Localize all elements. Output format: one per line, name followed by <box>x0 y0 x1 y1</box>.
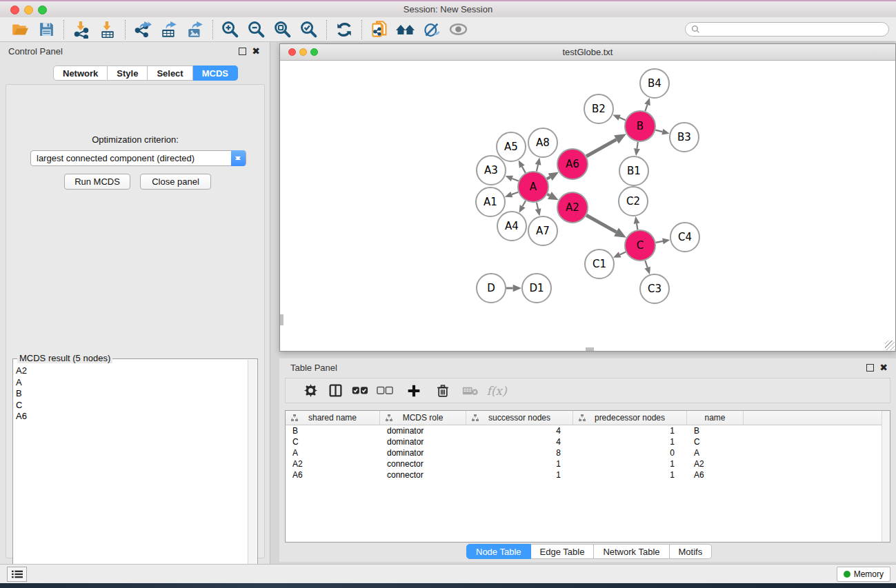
mcds-result-item[interactable]: A <box>16 377 246 389</box>
settings-gear-icon[interactable] <box>298 381 323 401</box>
tab-network[interactable]: Network <box>53 65 108 81</box>
clone-network-icon[interactable] <box>366 19 392 41</box>
zoom-in-icon[interactable] <box>217 19 243 41</box>
column-header-MCDS-role[interactable]: MCDS role <box>380 411 466 425</box>
save-session-icon[interactable] <box>33 19 59 41</box>
zoom-fit-icon[interactable] <box>270 19 296 41</box>
delete-icon[interactable] <box>430 381 455 401</box>
close-panel-button[interactable]: Close panel <box>140 174 211 190</box>
select-all-icon[interactable] <box>348 381 372 401</box>
mcds-result-scrollbar[interactable] <box>248 360 257 588</box>
table-cell[interactable]: 1 <box>573 469 687 480</box>
edge-B-B3[interactable] <box>655 130 662 132</box>
table-row[interactable]: Cdominator41C <box>286 436 890 447</box>
table-cell[interactable]: C <box>687 436 744 447</box>
zoom-network-window-icon[interactable] <box>310 48 318 56</box>
import-network-icon[interactable] <box>68 19 94 41</box>
zoom-out-icon[interactable] <box>243 19 270 41</box>
task-history-button[interactable] <box>7 567 27 582</box>
table-cell[interactable]: A2 <box>286 458 380 469</box>
tab-select[interactable]: Select <box>148 65 192 81</box>
vertical-scroll-thumb[interactable] <box>280 314 283 325</box>
edge-C-C4[interactable] <box>656 241 663 243</box>
close-network-window-icon[interactable] <box>288 48 296 56</box>
minimize-window-icon[interactable] <box>24 6 33 14</box>
table-cell[interactable]: 0 <box>573 447 687 458</box>
table-cell[interactable]: B <box>286 425 380 436</box>
edge-B-B4[interactable] <box>645 105 647 111</box>
close-panel-icon[interactable]: ✖ <box>252 45 260 57</box>
edge-C-C3[interactable] <box>645 261 647 267</box>
edge-C-C2[interactable] <box>637 223 637 230</box>
mcds-result-item[interactable]: C <box>16 400 246 412</box>
search-box[interactable] <box>685 22 889 37</box>
edge-B-B1[interactable] <box>637 142 637 149</box>
table-cell[interactable]: C <box>286 436 380 447</box>
mcds-result-item[interactable]: A6 <box>16 411 246 423</box>
hide-glasses-icon[interactable] <box>419 19 445 41</box>
resize-grip-icon[interactable] <box>885 341 895 350</box>
table-cell[interactable]: dominator <box>380 425 466 436</box>
table-cell[interactable]: A6 <box>286 469 380 480</box>
criterion-dropdown[interactable]: largest connected component (directed) <box>30 150 246 166</box>
zoom-window-icon[interactable] <box>38 6 47 14</box>
tab-edge-table[interactable]: Edge Table <box>531 544 595 559</box>
memory-button[interactable]: Memory <box>837 567 890 582</box>
table-row[interactable]: Bdominator41B <box>286 425 890 436</box>
tab-motifs[interactable]: Motifs <box>670 544 713 559</box>
edge-B-B2[interactable] <box>619 118 626 121</box>
horizontal-scroll-thumb[interactable] <box>586 347 594 351</box>
edge-A-A7[interactable] <box>537 202 538 209</box>
edge-A-A2[interactable] <box>547 194 550 196</box>
tab-node-table[interactable]: Node Table <box>466 544 531 559</box>
open-session-icon[interactable] <box>7 19 33 41</box>
table-cell[interactable]: 1 <box>573 458 687 469</box>
table-cell[interactable]: B <box>687 425 744 436</box>
edge-A-A4[interactable] <box>523 201 526 206</box>
export-table-icon[interactable] <box>156 19 182 41</box>
table-row[interactable]: Adominator80A <box>286 447 890 458</box>
deselect-all-icon[interactable] <box>372 381 397 401</box>
import-table-icon[interactable] <box>94 19 121 41</box>
tab-style[interactable]: Style <box>108 65 148 81</box>
table-row[interactable]: A2connector11A2 <box>286 458 890 469</box>
column-header-shared-name[interactable]: shared name <box>286 411 380 425</box>
edge-A-A3[interactable] <box>512 179 518 181</box>
table-cell[interactable]: A6 <box>687 469 744 480</box>
network-canvas[interactable]: AA1A2A3A4A5A6A7A8BB1B2B3B4CC1C2C3C4DD1 <box>280 61 895 351</box>
table-cell[interactable]: 1 <box>466 469 573 480</box>
mcds-result-item[interactable]: A2 <box>16 365 246 377</box>
column-header-name[interactable]: name <box>687 411 744 425</box>
table-cell[interactable]: 1 <box>573 436 687 447</box>
table-cell[interactable]: dominator <box>380 447 466 458</box>
edge-A2-C[interactable] <box>586 215 616 232</box>
table-cell[interactable]: 8 <box>466 447 573 458</box>
table-cell[interactable]: connector <box>380 469 466 480</box>
mcds-result-list[interactable]: A2ABCA6 <box>13 361 248 588</box>
table-cell[interactable]: A <box>286 447 380 458</box>
column-view-icon[interactable] <box>323 381 348 401</box>
minimize-network-window-icon[interactable] <box>299 48 307 56</box>
edge-A-A8[interactable] <box>537 165 538 172</box>
search-input[interactable] <box>704 25 883 34</box>
close-table-panel-icon[interactable]: ✖ <box>879 362 888 373</box>
edge-A-A1[interactable] <box>512 192 519 194</box>
float-panel-icon[interactable] <box>239 48 246 55</box>
edge-A-A5[interactable] <box>522 167 526 173</box>
table-cell[interactable]: 1 <box>466 458 573 469</box>
show-eye-icon[interactable] <box>445 19 471 41</box>
float-table-panel-icon[interactable] <box>866 364 874 372</box>
table-cell[interactable]: A <box>687 447 744 458</box>
table-cell[interactable]: A2 <box>687 458 744 469</box>
add-column-icon[interactable] <box>401 381 426 401</box>
table-cell[interactable]: 4 <box>466 425 573 436</box>
tab-mcds[interactable]: MCDS <box>193 65 238 81</box>
column-header-predecessor-nodes[interactable]: predecessor nodes <box>573 411 687 425</box>
table-cell[interactable]: dominator <box>380 436 466 447</box>
table-row[interactable]: A6connector11A6 <box>286 469 890 480</box>
run-mcds-button[interactable]: Run MCDS <box>64 174 130 190</box>
table-cell[interactable]: connector <box>380 458 466 469</box>
edge-A6-B[interactable] <box>586 139 616 156</box>
tab-network-table[interactable]: Network Table <box>594 544 669 559</box>
column-header-successor-nodes[interactable]: successor nodes <box>466 411 573 425</box>
